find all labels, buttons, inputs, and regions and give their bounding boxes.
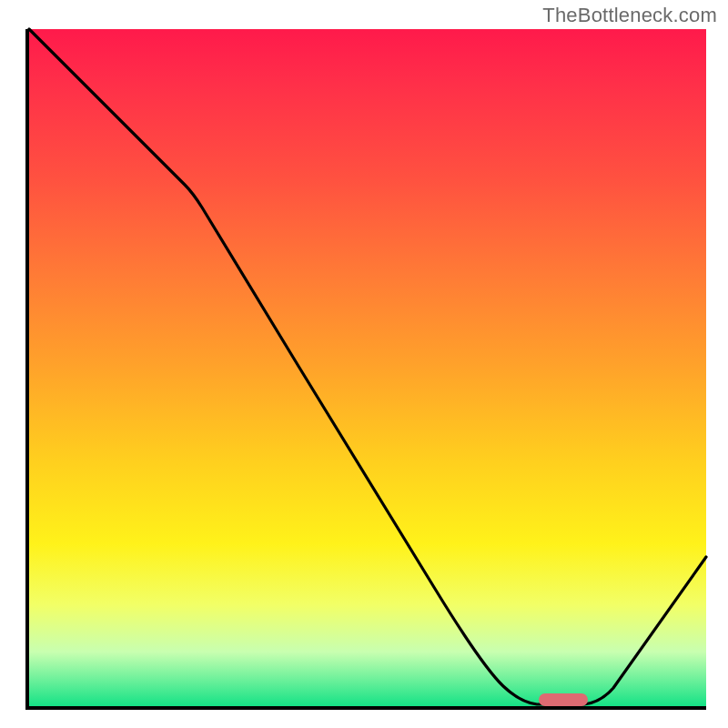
chart-axes <box>25 29 706 710</box>
watermark-text: TheBottleneck.com <box>542 4 717 27</box>
stage: TheBottleneck.com <box>0 0 728 728</box>
